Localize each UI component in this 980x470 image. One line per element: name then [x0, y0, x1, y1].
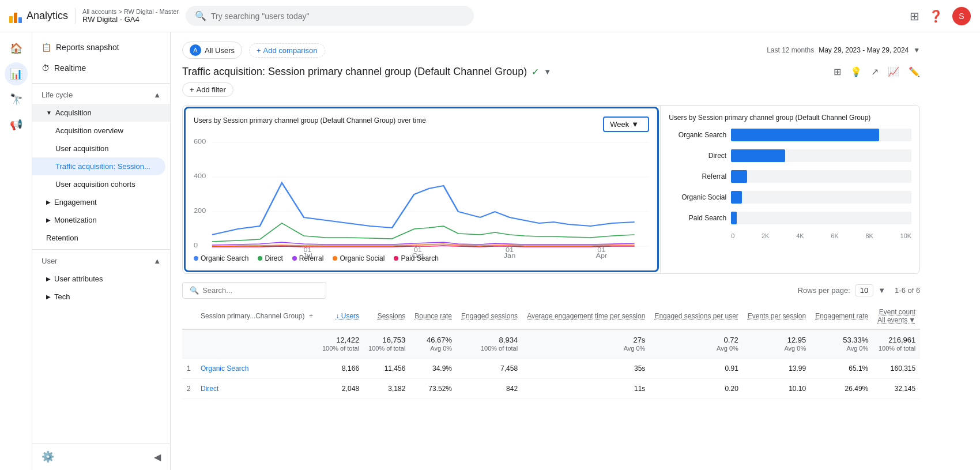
bar-fill-organic-social: [731, 191, 742, 204]
col-header-avg-engagement[interactable]: Average engagement time per session: [522, 303, 650, 329]
legend-dot-organic-social: [333, 256, 337, 261]
snapshot-icon: 📋: [42, 43, 51, 52]
col-header-event-count[interactable]: Event count All events▼: [873, 303, 920, 329]
table-search-input[interactable]: [202, 286, 319, 295]
sidebar-item-acquisition[interactable]: ▼ Acquisition: [32, 104, 170, 122]
svg-text:0: 0: [194, 242, 198, 248]
sidebar-item-user-acquisition-cohorts[interactable]: User acquisition cohorts: [32, 175, 170, 193]
svg-text:Oct: Oct: [412, 253, 424, 258]
sidebar-item-engagement[interactable]: ▶ Engagement: [32, 193, 170, 211]
expand-engagement-icon: ▶: [46, 199, 51, 205]
row-channel-1[interactable]: Organic Search: [201, 364, 248, 373]
svg-text:200: 200: [194, 208, 206, 213]
svg-text:01: 01: [506, 247, 514, 253]
table-controls: 🔍 Rows per page: 10 ▼ 1-6 of 6: [182, 282, 920, 299]
rows-per-page-value[interactable]: 10: [855, 284, 873, 296]
topbar-icons: ⊞ ❓ S: [910, 7, 971, 25]
apps-icon[interactable]: ⊞: [910, 9, 919, 23]
total-row: 12,422 100% of total 16,753 100% of tota…: [182, 329, 920, 359]
bar-x-axis: 0 2K 4K 6K 8K 10K: [731, 232, 911, 239]
col-header-channel[interactable]: Session primary...Channel Group) +: [196, 303, 318, 329]
expand-user-attr-icon: ▶: [46, 276, 51, 282]
channel-add-icon[interactable]: +: [309, 312, 313, 320]
home-icon[interactable]: 🏠: [5, 37, 28, 60]
plus-icon: +: [257, 46, 261, 55]
trendline-icon[interactable]: 📈: [888, 66, 899, 77]
help-icon[interactable]: ❓: [929, 9, 943, 23]
table-search-icon: 🔍: [190, 286, 199, 295]
bar-row-organic: Organic Search: [669, 129, 911, 141]
lifecycle-section-header[interactable]: Life cycle ▲: [32, 86, 170, 104]
data-table-container: Session primary...Channel Group) + ↓ Use…: [182, 303, 920, 399]
chip-avatar: A: [190, 44, 201, 56]
sidebar-item-monetization[interactable]: ▶ Monetization: [32, 211, 170, 229]
share-icon[interactable]: ↗: [871, 66, 879, 77]
sidebar-item-acquisition-overview[interactable]: Acquisition overview: [32, 122, 170, 140]
advertising-icon[interactable]: 📢: [5, 113, 28, 136]
col-header-events-per-session[interactable]: Events per session: [743, 303, 811, 329]
bar-row-organic-social: Organic Social: [669, 191, 911, 204]
search-bar[interactable]: 🔍: [186, 6, 474, 26]
all-users-label: All Users: [205, 46, 235, 55]
bar-label-organic: Organic Search: [669, 131, 726, 139]
compare-icon[interactable]: ⊞: [834, 66, 841, 77]
edit-icon[interactable]: ✏️: [909, 66, 920, 77]
user-section-label: User: [42, 257, 57, 265]
user-section-header[interactable]: User ▲: [32, 252, 170, 270]
sidebar-item-traffic-acquisition[interactable]: Traffic acquisition: Session...: [32, 157, 165, 175]
reports-icon[interactable]: 📊: [5, 62, 28, 85]
col-header-engagement-rate[interactable]: Engagement rate: [811, 303, 873, 329]
account-selector[interactable]: All accounts > RW Digital - Master RW Di…: [75, 8, 179, 24]
realtime-icon: ⏱: [42, 63, 50, 73]
verified-icon: ✓: [532, 66, 539, 77]
bar-row-direct: Direct: [669, 149, 911, 162]
settings-icon[interactable]: ⚙️: [42, 450, 54, 463]
bar-fill-paid-search: [731, 212, 736, 224]
col-header-users[interactable]: ↓ Users: [318, 303, 364, 329]
date-range-selector[interactable]: Last 12 months May 29, 2023 - May 29, 20…: [767, 46, 920, 54]
col-header-sessions[interactable]: Sessions: [364, 303, 410, 329]
week-selector[interactable]: Week ▼: [603, 116, 649, 132]
sidebar-item-user-attributes[interactable]: ▶ User attributes: [32, 270, 170, 288]
bar-track-direct: [731, 149, 911, 162]
table-search-bar[interactable]: 🔍: [182, 282, 326, 299]
data-table: Session primary...Channel Group) + ↓ Use…: [182, 303, 920, 399]
acquisition-label: Acquisition: [55, 108, 92, 117]
sidebar-item-retention[interactable]: Retention: [32, 229, 170, 247]
svg-text:Jul: Jul: [303, 253, 312, 258]
legend-dot-organic: [194, 256, 198, 261]
bar-track-organic: [731, 129, 911, 141]
col-header-eng-per-user[interactable]: Engaged sessions per user: [650, 303, 742, 329]
col-header-engaged[interactable]: Engaged sessions: [457, 303, 522, 329]
row-num-1: 1: [182, 359, 196, 379]
rows-per-page: Rows per page: 10 ▼ 1-6 of 6: [798, 284, 921, 296]
add-filter-btn[interactable]: + Add filter: [182, 82, 233, 97]
all-users-chip[interactable]: A All Users: [182, 42, 242, 59]
sidebar-item-tech[interactable]: ▶ Tech: [32, 288, 170, 306]
event-count-sub[interactable]: All events▼: [877, 316, 915, 324]
user-attributes-label: User attributes: [54, 275, 103, 283]
insights-icon[interactable]: 💡: [850, 66, 862, 77]
row-channel-2[interactable]: Direct: [201, 385, 218, 393]
sidebar-item-reports-snapshot[interactable]: 📋 Reports snapshot: [32, 37, 170, 58]
explore-icon[interactable]: 🔭: [5, 88, 28, 111]
avatar[interactable]: S: [952, 7, 971, 25]
add-comparison-btn[interactable]: + Add comparison: [249, 43, 325, 58]
sidebar-item-realtime[interactable]: ⏱ Realtime: [32, 58, 170, 78]
col-header-bounce[interactable]: Bounce rate: [410, 303, 457, 329]
legend-dot-direct: [258, 256, 262, 261]
search-input[interactable]: [211, 12, 465, 21]
svg-text:400: 400: [194, 173, 206, 179]
sidebar-item-user-acquisition[interactable]: User acquisition: [32, 140, 170, 157]
page-info: 1-6 of 6: [895, 286, 920, 295]
bar-fill-referral: [731, 170, 747, 183]
table-section: 🔍 Rows per page: 10 ▼ 1-6 of 6: [182, 282, 920, 399]
title-dropdown-icon[interactable]: ▼: [544, 67, 551, 76]
traffic-acquisition-label: Traffic acquisition: Session...: [55, 162, 150, 171]
collapse-sidebar-icon[interactable]: ◀: [154, 452, 161, 463]
svg-text:Jan: Jan: [504, 253, 516, 258]
line-chart-title: Users by Session primary channel group (…: [194, 116, 426, 125]
svg-text:01: 01: [303, 247, 311, 253]
chevron-up-user-icon: ▲: [153, 257, 161, 265]
engagement-label: Engagement: [54, 198, 97, 206]
